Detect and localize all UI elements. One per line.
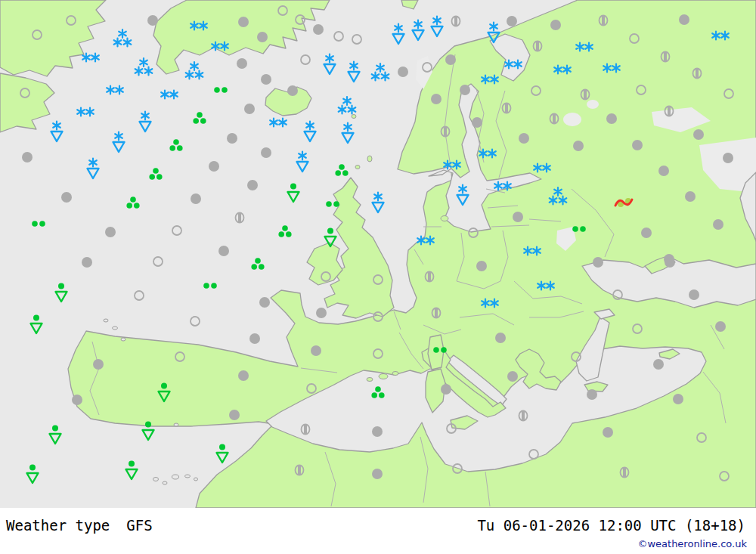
- model-label: GFS: [126, 517, 152, 534]
- land-mallorca: [379, 374, 388, 379]
- symbol-cloudy-icon: [238, 370, 249, 381]
- symbol-cloudy-icon: [238, 17, 249, 27]
- symbol-cloudy-icon: [689, 289, 699, 300]
- symbol-cloudy-icon: [237, 58, 247, 69]
- symbol-cloudy-icon: [513, 212, 523, 222]
- weather-map-screenshot: Weather type GFS Tu 06-01-2026 12:00 UTC…: [0, 0, 756, 554]
- symbol-cloudy-icon: [72, 395, 82, 405]
- land-zealand: [441, 216, 448, 221]
- symbol-cloudy-icon: [261, 147, 271, 158]
- symbol-cloudy-icon: [573, 141, 584, 151]
- footer-bar: Weather type GFS Tu 06-01-2026 12:00 UTC…: [0, 508, 756, 554]
- symbol-cloudy-icon: [244, 104, 255, 114]
- symbol-cloudy-icon: [679, 14, 689, 25]
- symbol-cloudy-icon: [550, 20, 561, 30]
- symbol-cloudy-icon: [372, 469, 383, 479]
- symbol-cloudy-icon: [191, 193, 201, 204]
- symbol-cloudy-icon: [441, 384, 451, 395]
- symbol-cloudy-icon: [658, 166, 669, 176]
- europe-weather-map: [0, 0, 756, 508]
- land-ibiza: [367, 378, 373, 382]
- timestamp-label: Tu 06-01-2026 12:00 UTC (18+18): [477, 517, 745, 534]
- product-label: Weather type: [6, 517, 110, 534]
- symbol-cloudy-icon: [229, 410, 240, 420]
- land-orkney: [355, 166, 360, 169]
- symbol-cloudy-icon: [82, 257, 92, 268]
- copyright-line: ©weatheronline.co.uk: [637, 538, 747, 549]
- symbol-cloudy-icon: [495, 333, 506, 343]
- symbol-cloudy-icon: [227, 133, 237, 144]
- symbol-cloudy-icon: [247, 180, 258, 190]
- symbol-cloudy-icon: [105, 227, 116, 237]
- symbol-cloudy-icon: [257, 32, 268, 42]
- symbol-cloudy-icon: [665, 257, 675, 268]
- land-menorca: [392, 372, 398, 376]
- symbol-cloudy-icon: [218, 246, 229, 256]
- symbol-cloudy-icon: [603, 427, 613, 438]
- symbol-cloudy-icon: [259, 297, 270, 308]
- symbol-cloudy-icon: [519, 133, 529, 144]
- symbol-cloudy-icon: [653, 359, 664, 370]
- symbol-cloudy-icon: [587, 389, 597, 400]
- symbol-cloudy-icon: [209, 161, 219, 172]
- symbol-cloudy-icon: [723, 153, 733, 163]
- symbol-cloudy-icon: [713, 219, 723, 230]
- map-area: [0, 0, 756, 508]
- symbol-cloudy-icon: [261, 74, 271, 85]
- symbol-cloudy-icon: [606, 113, 617, 124]
- symbol-cloudy-icon: [715, 321, 726, 332]
- symbol-cloudy-icon: [61, 192, 72, 203]
- symbol-cloudy-icon: [147, 15, 158, 26]
- symbol-cloudy-icon: [398, 67, 408, 77]
- symbol-cloudy-icon: [673, 394, 683, 404]
- land-faroe: [352, 115, 356, 119]
- symbol-cloudy-icon: [22, 152, 33, 162]
- symbol-cloudy-icon: [249, 333, 260, 344]
- footer-caption-row: Weather type GFS Tu 06-01-2026 12:00 UTC…: [0, 508, 756, 534]
- symbol-cloudy-icon: [685, 191, 696, 202]
- symbol-cloudy-icon: [311, 345, 321, 356]
- symbol-cloudy-icon: [476, 261, 487, 271]
- symbol-cloudy-icon: [313, 24, 324, 35]
- symbol-cloudy-icon: [445, 54, 456, 65]
- symbol-cloudy-icon: [593, 257, 603, 268]
- land-shetland: [367, 156, 372, 162]
- copyright-link[interactable]: ©weatheronline.co.uk: [637, 538, 747, 549]
- symbol-cloudy-icon: [693, 129, 704, 140]
- symbol-cloudy-icon: [460, 85, 470, 95]
- symbol-cloudy-icon: [472, 117, 482, 128]
- symbol-cloudy-icon: [632, 140, 643, 150]
- symbol-cloudy-icon: [372, 426, 383, 437]
- symbol-cloudy-icon: [431, 94, 442, 104]
- symbol-cloudy-icon: [507, 371, 518, 382]
- symbol-cloudy-icon: [93, 359, 104, 370]
- symbol-cloudy-icon: [316, 308, 327, 318]
- symbol-cloudy-icon: [507, 16, 517, 26]
- symbol-cloudy-icon: [287, 85, 298, 96]
- symbol-cloudy-icon: [641, 227, 652, 238]
